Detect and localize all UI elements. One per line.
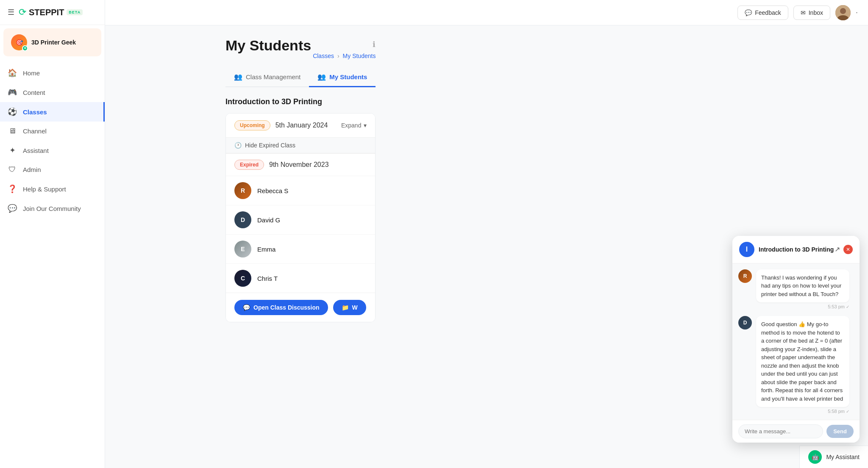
inbox-label: Inbox <box>809 9 823 16</box>
upcoming-date: 5th January 2024 <box>275 122 328 129</box>
sidebar-item-label: Content <box>23 89 45 96</box>
student-name-rebecca: Rebecca S <box>257 187 288 194</box>
table-row: E Emma <box>226 234 375 263</box>
class-management-tab-icon: 👥 <box>234 73 242 81</box>
sidebar-item-label: Channel <box>23 127 47 135</box>
chat-messages: R Thanks! I was wondering if you had any… <box>732 263 860 420</box>
expired-date-row: Expired 9th November 2023 <box>226 154 375 176</box>
sidebar-item-help[interactable]: ❓ Help & Support <box>0 179 105 199</box>
clock-icon: 🕐 <box>234 142 242 149</box>
expired-badge: Expired <box>234 160 264 170</box>
svg-point-1 <box>840 8 846 14</box>
classes-icon: ⚽ <box>8 107 17 116</box>
profile-badge: ⚙ <box>22 45 28 51</box>
sidebar-header: ☰ ⟳ STEPPIT BETA <box>0 0 105 25</box>
logo-area: ⟳ STEPPIT BETA <box>19 7 83 18</box>
message-text-1: Thanks! I was wondering if you had any t… <box>761 274 841 297</box>
sidebar-item-label: Admin <box>23 166 41 173</box>
open-discussion-label: Open Class Discussion <box>253 304 320 311</box>
feedback-button[interactable]: 💬 Feedback <box>737 6 788 20</box>
second-action-icon: 📁 <box>342 304 349 311</box>
check-icon-2: ✓ <box>846 409 849 414</box>
check-icon-1: ✓ <box>846 305 849 309</box>
breadcrumb-parent[interactable]: Classes <box>313 53 334 59</box>
table-row: C Chris T <box>226 263 375 293</box>
chat-close-button[interactable]: ✕ <box>843 245 853 254</box>
section-title: Introduction to 3D Printing <box>225 97 376 106</box>
sidebar-item-assistant[interactable]: ✦ Assistant <box>0 141 105 160</box>
tab-my-students[interactable]: 👥 My Students <box>309 68 376 87</box>
upcoming-date-row: Upcoming 5th January 2024 Expand ▾ <box>226 114 375 137</box>
breadcrumb-current: My Students <box>343 53 376 59</box>
chat-message: D Good question 👍 My go-to method is to … <box>738 316 854 414</box>
user-avatar[interactable] <box>835 5 851 20</box>
chat-input-area: Send <box>732 420 860 443</box>
class-actions: 💬 Open Class Discussion 📁 W <box>226 293 375 322</box>
sidebar: ☰ ⟳ STEPPIT BETA 🎯 ⚙ 3D Printer Geek 🏠 H… <box>0 0 105 468</box>
tab-class-management-label: Class Management <box>246 73 300 80</box>
tab-class-management[interactable]: 👥 Class Management <box>225 68 309 87</box>
student-avatar-rebecca: R <box>234 182 251 199</box>
sidebar-item-label: Assistant <box>23 147 49 154</box>
expired-section: Expired 9th November 2023 R Rebecca S D … <box>226 153 375 293</box>
hide-expired-row: 🕐 Hide Expired Class <box>226 137 375 153</box>
sidebar-item-admin[interactable]: 🛡 Admin <box>0 160 105 179</box>
expand-button[interactable]: Expand ▾ <box>341 122 367 129</box>
user-menu-dot[interactable]: · <box>856 8 858 17</box>
profile-name: 3D Printer Geek <box>31 39 76 46</box>
tabs: 👥 Class Management 👥 My Students <box>225 68 376 87</box>
assistant-label: My Assistant <box>826 454 860 460</box>
tab-my-students-label: My Students <box>329 73 367 80</box>
expand-label: Expand <box>341 122 361 129</box>
assistant-bar[interactable]: 🤖 My Assistant <box>799 446 868 468</box>
menu-icon[interactable]: ☰ <box>8 8 14 17</box>
student-avatar-david: D <box>234 211 251 228</box>
assistant-icon: ✦ <box>8 146 17 155</box>
expired-date: 9th November 2023 <box>269 161 329 169</box>
student-name-david: David G <box>257 216 280 224</box>
student-avatar-emma: E <box>234 241 251 258</box>
chat-title: Introduction to 3D Printing <box>759 246 834 253</box>
message-avatar-2: D <box>738 316 752 330</box>
expand-chevron-icon: ▾ <box>364 122 367 129</box>
sidebar-item-label: Help & Support <box>23 186 66 193</box>
channel-icon: 🖥 <box>8 127 17 136</box>
sidebar-item-community[interactable]: 💬 Join Our Community <box>0 199 105 218</box>
nav-items: 🏠 Home 🎮 Content ⚽ Classes 🖥 Channel ✦ A… <box>0 60 105 468</box>
message-avatar-1: R <box>738 269 752 283</box>
student-avatar-chris: C <box>234 270 251 287</box>
send-button[interactable]: Send <box>826 425 854 438</box>
breadcrumb-separator: › <box>337 53 339 59</box>
message-bubble-1: Thanks! I was wondering if you had any t… <box>756 269 849 303</box>
topbar: 💬 Feedback ✉ Inbox · <box>105 0 868 25</box>
profile-section[interactable]: 🎯 ⚙ 3D Printer Geek <box>3 28 101 56</box>
sidebar-item-channel[interactable]: 🖥 Channel <box>0 122 105 141</box>
message-time-1: 5:53 pm ✓ <box>756 304 849 309</box>
my-students-tab-icon: 👥 <box>317 73 326 81</box>
chat-class-avatar: I <box>739 242 754 257</box>
sidebar-item-content[interactable]: 🎮 Content <box>0 83 105 102</box>
table-row: D David G <box>226 205 375 234</box>
chat-expand-icon[interactable]: ↗ <box>835 245 840 253</box>
sidebar-item-classes[interactable]: ⚽ Classes <box>0 102 105 122</box>
info-icon[interactable]: ℹ <box>373 40 376 49</box>
feedback-icon: 💬 <box>745 9 752 16</box>
chat-message: R Thanks! I was wondering if you had any… <box>738 269 854 310</box>
table-row: R Rebecca S <box>226 176 375 205</box>
feedback-label: Feedback <box>755 9 781 16</box>
send-label: Send <box>833 428 847 435</box>
community-icon: 💬 <box>8 204 17 213</box>
class-card: Upcoming 5th January 2024 Expand ▾ 🕐 Hid… <box>225 113 376 322</box>
inbox-button[interactable]: ✉ Inbox <box>793 6 830 20</box>
student-name-emma: Emma <box>257 246 275 253</box>
chat-input[interactable] <box>738 424 823 438</box>
message-text-2: Good question 👍 My go-to method is to mo… <box>761 321 843 402</box>
sidebar-item-label: Classes <box>23 108 47 116</box>
sidebar-item-home[interactable]: 🏠 Home <box>0 63 105 83</box>
open-class-discussion-button[interactable]: 💬 Open Class Discussion <box>234 300 328 315</box>
hide-expired-button[interactable]: 🕐 Hide Expired Class <box>234 142 295 149</box>
page-title: My Students <box>225 37 311 54</box>
student-name-chris: Chris T <box>257 275 278 282</box>
second-action-button[interactable]: 📁 W <box>333 300 366 315</box>
logo-text: STEPPIT <box>29 8 64 17</box>
